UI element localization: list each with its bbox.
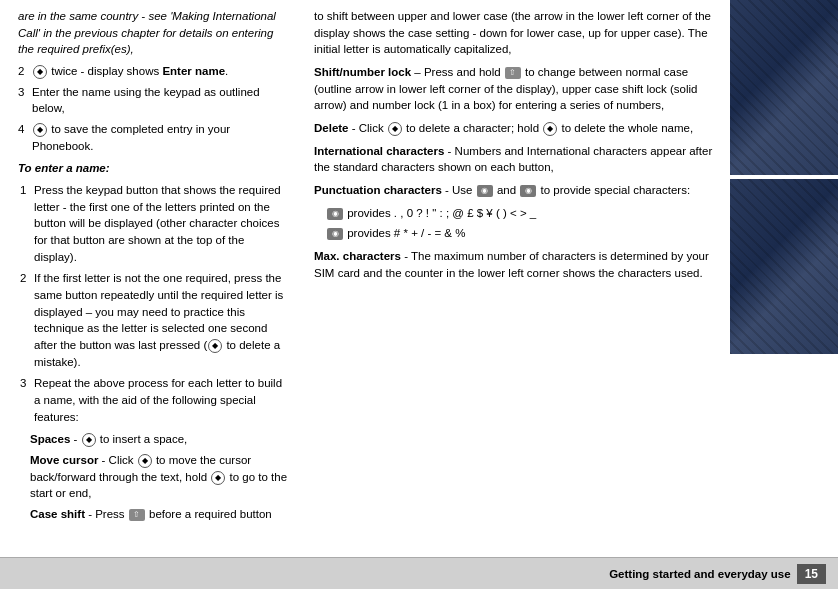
to-enter-item-1: 1 Press the keypad button that shows the… bbox=[34, 182, 288, 265]
spaces-text2: to insert a space, bbox=[97, 433, 188, 445]
to-enter-item-2: 2 If the first letter is not the one req… bbox=[34, 270, 288, 370]
shift-number-lock-section: Shift/number lock – Press and hold ⇧ to … bbox=[314, 64, 718, 114]
delete-label: Delete bbox=[314, 122, 349, 134]
left-column: are in the same country - see 'Making In… bbox=[0, 0, 300, 589]
spaces-item: Spaces - ◆ to insert a space, bbox=[30, 431, 288, 448]
right-intro: to shift between upper and lower case (t… bbox=[314, 8, 718, 58]
li-num-3: 3 bbox=[20, 375, 26, 392]
case-shift-text2: before a required button bbox=[146, 508, 272, 520]
right-column: to shift between upper and lower case (t… bbox=[300, 0, 730, 589]
case-shift-text: - Press bbox=[88, 508, 128, 520]
item2-text: twice - display shows bbox=[51, 65, 162, 77]
punct-key2-icon: ◉ bbox=[327, 228, 343, 240]
footer-label: Getting started and everyday use bbox=[609, 568, 791, 580]
shift-lock-text1: – Press and hold bbox=[414, 66, 504, 78]
img-pattern-top bbox=[730, 0, 838, 175]
key1-icon: ◉ bbox=[477, 185, 493, 197]
punctuation-text2: and bbox=[497, 184, 519, 196]
shift-icon-case: ⇧ bbox=[129, 509, 145, 521]
to-enter-item-3: 3 Repeat the above process for each lett… bbox=[34, 375, 288, 425]
delete-text1: - Click bbox=[352, 122, 387, 134]
item-3: 3 Enter the name using the keypad as out… bbox=[18, 84, 288, 117]
special-features: Spaces - ◆ to insert a space, Move curso… bbox=[18, 431, 288, 522]
punctuation-text1: - Use bbox=[445, 184, 476, 196]
num-3: 3 bbox=[18, 84, 24, 101]
spaces-label: Spaces bbox=[30, 433, 70, 445]
punct-line2-text: provides # * + / - = & % bbox=[347, 227, 465, 239]
key2-icon: ◉ bbox=[520, 185, 536, 197]
case-shift-label: Case shift bbox=[30, 508, 85, 520]
num-2: 2 bbox=[18, 63, 24, 80]
li1-text: Press the keypad button that shows the r… bbox=[34, 184, 281, 263]
punct-key1-icon: ◉ bbox=[327, 208, 343, 220]
page-container: are in the same country - see 'Making In… bbox=[0, 0, 838, 589]
max-chars-section: Max. characters - The maximum number of … bbox=[314, 248, 718, 281]
nav-icon-2: ◆ bbox=[33, 65, 47, 79]
punct-line1-text: provides . , 0 ? ! " : ; @ £ $ ¥ ( ) < >… bbox=[347, 207, 536, 219]
to-enter-heading: To enter a name: bbox=[18, 160, 288, 177]
move-cursor-icon1: ◆ bbox=[138, 454, 152, 468]
punct-line-1: ◉ provides . , 0 ? ! " : ; @ £ $ ¥ ( ) <… bbox=[326, 205, 718, 222]
punctuation-text3: to provide special characters: bbox=[541, 184, 691, 196]
li-num-1: 1 bbox=[20, 182, 26, 199]
move-cursor-text: - Click bbox=[102, 454, 137, 466]
spaces-icon: ◆ bbox=[82, 433, 96, 447]
punct-line-2: ◉ provides # * + / - = & % bbox=[326, 225, 718, 242]
item2-icon: ◆ bbox=[32, 65, 51, 77]
item-4: 4 ◆ to save the completed entry in your … bbox=[18, 121, 288, 154]
side-image-top bbox=[730, 0, 838, 175]
move-cursor-label: Move cursor bbox=[30, 454, 98, 466]
page-number: 15 bbox=[797, 564, 826, 584]
shift-lock-label: Shift/number lock bbox=[314, 66, 411, 78]
spaces-text: - bbox=[73, 433, 80, 445]
footer-bar: Getting started and everyday use 15 bbox=[0, 557, 838, 589]
delete-section: Delete - Click ◆ to delete a character; … bbox=[314, 120, 718, 137]
nav-icon-li2: ◆ bbox=[208, 339, 222, 353]
li-num-2: 2 bbox=[20, 270, 26, 287]
img-pattern-bottom bbox=[730, 179, 838, 354]
item2-period: . bbox=[225, 65, 228, 77]
li3-text: Repeat the above process for each letter… bbox=[34, 377, 282, 422]
num-4: 4 bbox=[18, 121, 24, 138]
intl-chars-section: International characters - Numbers and I… bbox=[314, 143, 718, 176]
delete-icon1: ◆ bbox=[388, 122, 402, 136]
delete-icon2: ◆ bbox=[543, 122, 557, 136]
punctuation-label: Punctuation characters bbox=[314, 184, 442, 196]
move-cursor-item: Move cursor - Click ◆ to move the cursor… bbox=[30, 452, 288, 502]
punctuation-lines: ◉ provides . , 0 ? ! " : ; @ £ $ ¥ ( ) <… bbox=[314, 205, 718, 242]
side-image-bottom bbox=[730, 179, 838, 354]
max-chars-label: Max. characters bbox=[314, 250, 401, 262]
delete-text3: to delete the whole name, bbox=[561, 122, 693, 134]
left-intro: are in the same country - see 'Making In… bbox=[18, 8, 288, 58]
move-cursor-icon2: ◆ bbox=[211, 471, 225, 485]
delete-text2: to delete a character; hold bbox=[406, 122, 542, 134]
shift-icon-lock: ⇧ bbox=[505, 67, 521, 79]
item-2: 2 ◆ twice - display shows Enter name. bbox=[18, 63, 288, 80]
nav-icon-4: ◆ bbox=[33, 123, 47, 137]
case-shift-item: Case shift - Press ⇧ before a required b… bbox=[30, 506, 288, 523]
to-enter-list: 1 Press the keypad button that shows the… bbox=[18, 182, 288, 425]
enter-name-label: Enter name bbox=[162, 65, 225, 77]
item3-text: Enter the name using the keypad as outli… bbox=[32, 86, 260, 115]
punctuation-section: Punctuation characters - Use ◉ and ◉ to … bbox=[314, 182, 718, 199]
item4-text: to save the completed entry in your Phon… bbox=[32, 123, 230, 152]
intl-chars-label: International characters bbox=[314, 145, 444, 157]
side-images bbox=[730, 0, 838, 589]
